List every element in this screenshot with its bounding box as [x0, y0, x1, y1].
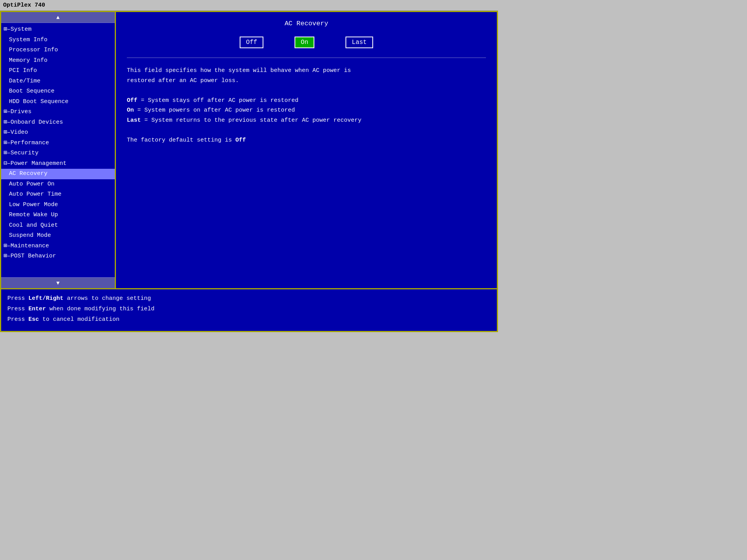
nav-item-hdd-boot-sequence[interactable]: HDD Boot Sequence: [1, 97, 115, 107]
nav-item-datetime[interactable]: Date/Time: [1, 76, 115, 87]
status-line: Press Left/Right arrows to change settin…: [7, 293, 491, 304]
status-bar: Press Left/Right arrows to change settin…: [0, 289, 498, 332]
nav-item-power-management[interactable]: ⊟–Power Management: [1, 159, 115, 169]
nav-item-processor-info[interactable]: Processor Info: [1, 45, 115, 56]
window-title: OptiPlex 740: [3, 2, 45, 9]
nav-item-low-power-mode[interactable]: Low Power Mode: [1, 200, 115, 210]
option-on[interactable]: On: [295, 37, 314, 48]
title-bar: OptiPlex 740: [0, 0, 498, 11]
nav-list: ⊞–SystemSystem InfoProcessor InfoMemory …: [1, 23, 115, 277]
nav-item-security[interactable]: ⊞–Security: [1, 148, 115, 159]
nav-item-suspend-mode[interactable]: Suspend Mode: [1, 231, 115, 241]
desc-line: This field specifies how the system will…: [127, 67, 351, 74]
nav-item-auto-power-time[interactable]: Auto Power Time: [1, 189, 115, 200]
nav-item-post-behavior[interactable]: ⊞–POST Behavior: [1, 251, 115, 262]
scroll-up-button[interactable]: ▲: [1, 12, 115, 23]
status-key: Enter: [28, 306, 46, 312]
option-off[interactable]: Off: [240, 37, 263, 48]
nav-item-maintenance[interactable]: ⊞–Maintenance: [1, 241, 115, 252]
status-line: Press Esc to cancel modification: [7, 314, 491, 325]
nav-item-ac-recovery[interactable]: AC Recovery: [1, 169, 115, 179]
status-line: Press Enter when done modifying this fie…: [7, 304, 491, 314]
desc-line: On = System powers on after AC power is …: [127, 107, 295, 114]
nav-item-memory-info[interactable]: Memory Info: [1, 56, 115, 66]
divider: [127, 58, 486, 58]
desc-line: Off = System stays off after AC power is…: [127, 97, 298, 104]
right-panel: AC Recovery OffOnLast This field specifi…: [116, 12, 497, 288]
panel-title: AC Recovery: [127, 20, 486, 27]
scroll-down-icon: ▼: [56, 280, 60, 286]
scroll-down-button[interactable]: ▼: [1, 277, 115, 288]
nav-item-remote-wake-up[interactable]: Remote Wake Up: [1, 210, 115, 220]
status-key: Left/Right: [28, 295, 63, 302]
status-key: Esc: [28, 316, 39, 323]
nav-item-auto-power-on[interactable]: Auto Power On: [1, 179, 115, 190]
nav-item-system[interactable]: ⊞–System: [1, 24, 115, 35]
desc-line: The factory default setting is Off: [127, 137, 246, 144]
option-last[interactable]: Last: [345, 37, 373, 48]
description: This field specifies how the system will…: [127, 66, 486, 145]
nav-item-drives[interactable]: ⊞–Drives: [1, 107, 115, 117]
nav-item-cool-and-quiet[interactable]: Cool and Quiet: [1, 220, 115, 231]
desc-line: restored after an AC power loss.: [127, 77, 239, 84]
nav-item-performance[interactable]: ⊞–Performance: [1, 138, 115, 149]
nav-item-pci-info[interactable]: PCI Info: [1, 66, 115, 76]
scroll-up-icon: ▲: [56, 14, 60, 21]
options-row: OffOnLast: [127, 37, 486, 48]
nav-item-video[interactable]: ⊞–Video: [1, 128, 115, 138]
bios-area: ▲ ⊞–SystemSystem InfoProcessor InfoMemor…: [0, 11, 498, 289]
nav-item-system-info[interactable]: System Info: [1, 35, 115, 46]
left-panel: ▲ ⊞–SystemSystem InfoProcessor InfoMemor…: [1, 12, 116, 288]
nav-item-onboard-devices[interactable]: ⊞–Onboard Devices: [1, 117, 115, 128]
nav-item-boot-sequence[interactable]: Boot Sequence: [1, 86, 115, 97]
desc-line: Last = System returns to the previous st…: [127, 117, 361, 124]
